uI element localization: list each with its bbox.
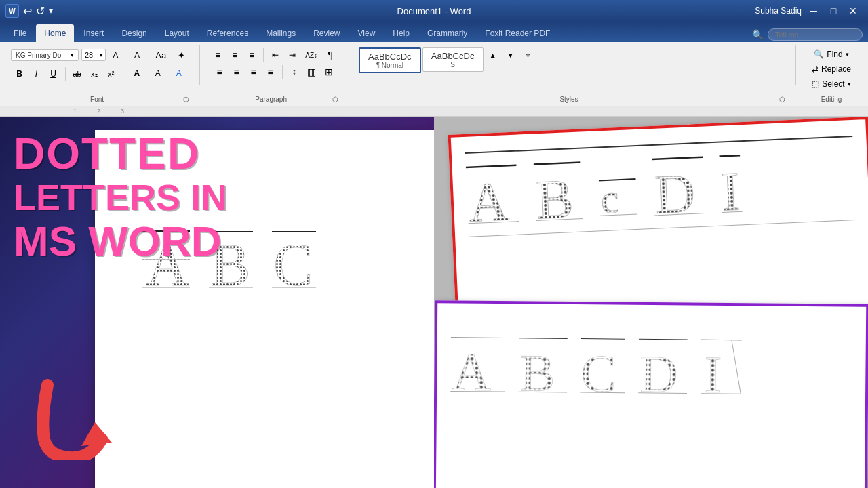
decrease-font-btn[interactable]: A⁻ xyxy=(130,47,149,62)
find-btn[interactable]: 🔍 Find ▾ xyxy=(808,47,854,61)
strikethrough-btn[interactable]: ab xyxy=(69,66,85,81)
indent-decrease-btn[interactable]: ⇤ xyxy=(267,47,283,62)
tab-foxit[interactable]: Foxit Reader PDF xyxy=(477,24,558,42)
styles-group-expand[interactable]: ⬡ xyxy=(779,96,785,103)
ribbon-content: KG Primary Do ▾ 28 ▾ A⁺ A⁻ Aa ✦ B I U ab… xyxy=(0,42,868,106)
styles-expand[interactable]: ▿ xyxy=(520,47,536,62)
tutorial-arrow xyxy=(34,378,115,460)
svg-text:B: B xyxy=(519,343,555,396)
overlay-title: DOTTED LETTERS IN MS WORD xyxy=(14,130,227,264)
font-divider xyxy=(65,67,66,81)
numbering-btn[interactable]: ≡ xyxy=(226,47,243,62)
multilevel-btn[interactable]: ≡ xyxy=(243,47,260,62)
left-panel: A A B xyxy=(0,117,434,488)
customize-qat-btn[interactable]: ▾ xyxy=(49,6,53,16)
justify-btn[interactable]: ≡ xyxy=(262,64,279,79)
subscript-btn[interactable]: x₂ xyxy=(86,66,102,81)
letter-C-svg: C C xyxy=(272,225,316,293)
shading-btn[interactable]: ▥ xyxy=(303,64,320,79)
style-no-spacing-label: S xyxy=(431,61,475,68)
font-size-value: 28 xyxy=(85,51,93,59)
select-btn[interactable]: ⬚ Select ▾ xyxy=(806,77,856,91)
tab-mailings[interactable]: Mailings xyxy=(258,24,304,42)
redo-btn[interactable]: ↺ xyxy=(36,5,45,18)
font-size-selector[interactable]: 28 ▾ xyxy=(81,49,106,61)
italic-btn[interactable]: I xyxy=(28,66,45,81)
tab-view[interactable]: View xyxy=(350,24,384,42)
ribbon-divider-3 xyxy=(795,45,796,85)
ruler-mark-1: 1 xyxy=(73,108,77,115)
tab-review[interactable]: Review xyxy=(305,24,348,42)
indent-increase-btn[interactable]: ⇥ xyxy=(284,47,300,62)
tab-design[interactable]: Design xyxy=(113,24,155,42)
tab-grammarly[interactable]: Grammarly xyxy=(419,24,475,42)
change-case-btn[interactable]: Aa xyxy=(151,47,170,62)
bottom-letter-D: D D xyxy=(638,338,688,396)
word-icon: W xyxy=(5,4,19,18)
replace-label: Replace xyxy=(821,64,851,74)
paragraph-group-label: Paragraph ⬡ xyxy=(210,94,338,103)
ribbon-divider-2 xyxy=(349,45,349,85)
bullets-btn[interactable]: ≡ xyxy=(210,47,226,62)
styles-group: AaBbCcDc ¶ Normal AaBbCcDc S ▲ ▼ ▿ Style… xyxy=(353,45,791,103)
user-name: Subha Sadiq xyxy=(755,6,802,16)
svg-text:D: D xyxy=(654,162,696,219)
font-color-btn[interactable]: A xyxy=(127,66,147,81)
tab-file[interactable]: File xyxy=(5,24,35,42)
line-spacing-btn[interactable]: ↕ xyxy=(286,64,302,79)
style-no-spacing[interactable]: AaBbCcDc S xyxy=(422,47,484,72)
paragraph-row1: ≡ ≡ ≡ ⇤ ⇥ AZ↕ ¶ xyxy=(210,47,338,62)
sort-btn[interactable]: AZ↕ xyxy=(301,47,321,62)
tab-layout[interactable]: Layout xyxy=(157,24,197,42)
undo-btn[interactable]: ↩ xyxy=(23,5,32,18)
font-name-selector[interactable]: KG Primary Do ▾ xyxy=(11,49,79,61)
editing-group: 🔍 Find ▾ ⇄ Replace ⬚ Select ▾ Editing xyxy=(800,45,863,103)
font-group-expand[interactable]: ⬡ xyxy=(183,96,189,103)
replace-btn[interactable]: ⇄ Replace xyxy=(806,62,857,76)
font-group-label: Font ⬡ xyxy=(11,94,189,103)
effects-bar xyxy=(173,79,185,79)
close-btn[interactable]: ✕ xyxy=(844,1,863,20)
font-dropdown-icon: ▾ xyxy=(71,52,74,58)
title-line-3: MS WORD xyxy=(14,218,227,264)
select-icon: ⬚ xyxy=(812,79,819,89)
styles-scroll-down[interactable]: ▼ xyxy=(502,47,519,62)
doc-purple-border: A A xyxy=(434,300,868,488)
styles-scroll-up[interactable]: ▲ xyxy=(485,47,501,62)
svg-text:I: I xyxy=(720,160,741,216)
top-letters-row: A A xyxy=(465,142,856,234)
tab-help[interactable]: Help xyxy=(384,24,418,42)
svg-text:C: C xyxy=(580,344,616,396)
bottom-letter-B: B B xyxy=(518,338,568,396)
title-bar: W ↩ ↺ ▾ Document1 - Word Subha Sadiq ─ □… xyxy=(0,0,868,22)
align-left-btn[interactable]: ≡ xyxy=(212,64,228,79)
superscript-btn[interactable]: x² xyxy=(103,66,119,81)
paragraph-row2: ≡ ≡ ≡ ≡ ↕ ▥ ⊞ xyxy=(212,64,337,79)
ribbon-search-input[interactable] xyxy=(768,28,863,41)
borders-btn[interactable]: ⊞ xyxy=(321,64,337,79)
style-normal[interactable]: AaBbCcDc ¶ Normal xyxy=(359,47,421,73)
increase-font-btn[interactable]: A⁺ xyxy=(108,47,127,62)
text-effects-btn[interactable]: A xyxy=(169,66,189,81)
underline-btn[interactable]: U xyxy=(45,66,62,81)
svg-text:I: I xyxy=(704,344,722,396)
title-bar-right: Subha Sadiq ─ □ ✕ xyxy=(755,1,863,20)
restore-btn[interactable]: □ xyxy=(824,1,843,20)
font-group: KG Primary Do ▾ 28 ▾ A⁺ A⁻ Aa ✦ B I U ab… xyxy=(5,45,195,103)
align-center-btn[interactable]: ≡ xyxy=(229,64,245,79)
highlight-btn[interactable]: A xyxy=(148,66,168,81)
top-letter-A: A A xyxy=(466,164,519,227)
show-marks-btn[interactable]: ¶ xyxy=(322,47,338,62)
bold-btn[interactable]: B xyxy=(12,66,28,81)
top-letter-c: c c xyxy=(597,159,637,221)
tab-references[interactable]: References xyxy=(199,24,256,42)
minimize-btn[interactable]: ─ xyxy=(804,1,823,20)
ribbon-tabs: File Home Insert Design Layout Reference… xyxy=(0,22,868,42)
arrow-container xyxy=(34,378,115,462)
find-label: Find xyxy=(827,49,842,59)
align-right-btn[interactable]: ≡ xyxy=(245,64,262,79)
clear-format-btn[interactable]: ✦ xyxy=(173,47,189,62)
tab-insert[interactable]: Insert xyxy=(75,24,112,42)
paragraph-group-expand[interactable]: ⬡ xyxy=(332,96,338,103)
tab-home[interactable]: Home xyxy=(36,24,74,42)
